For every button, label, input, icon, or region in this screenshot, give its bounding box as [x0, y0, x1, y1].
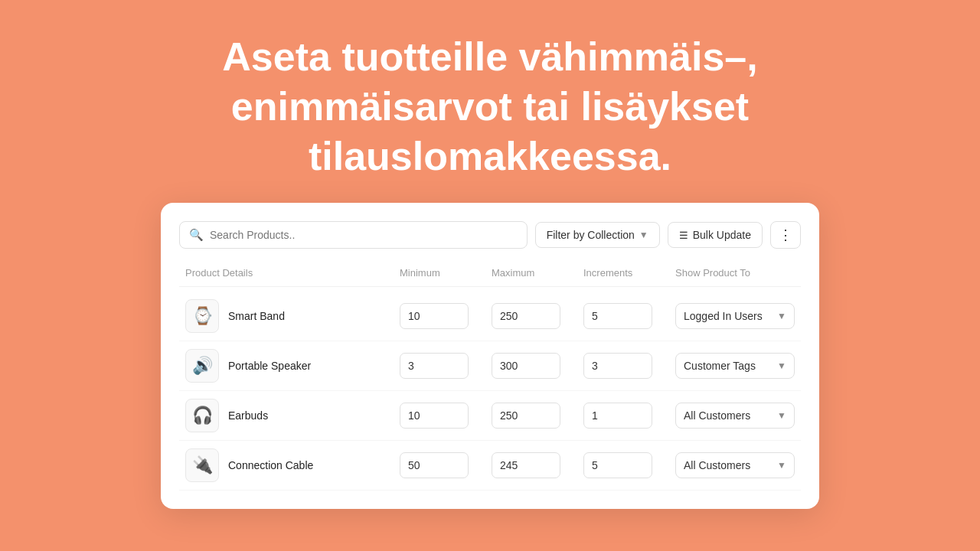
increments-input-1[interactable] [583, 353, 652, 379]
search-icon: 🔍 [189, 228, 204, 242]
minimum-cell-2 [400, 403, 492, 429]
hero-line1: Aseta tuotteille vähimmäis–, [222, 34, 757, 79]
col-header-show-to: Show Product To [675, 267, 795, 279]
show-to-cell-3: All Customers ▼ [675, 452, 795, 478]
table-row: 🔊 Portable Speaker Customer Tags ▼ [179, 341, 801, 391]
hero-text: Aseta tuotteille vähimmäis–, enimmäisarv… [222, 34, 757, 178]
increments-cell-2 [583, 403, 675, 429]
table-row: 🔌 Connection Cable All Customers ▼ [179, 441, 801, 491]
filter-chevron-icon: ▼ [639, 230, 648, 240]
increments-cell-1 [583, 353, 675, 379]
product-cell-1: 🔊 Portable Speaker [185, 349, 400, 383]
minimum-input-2[interactable] [400, 403, 469, 429]
dropdown-chevron-icon-3: ▼ [777, 460, 786, 471]
product-image-1: 🔊 [185, 349, 219, 383]
search-input[interactable] [210, 229, 518, 241]
hero-line2: enimmäisarvot tai lisäykset [231, 84, 749, 129]
col-header-maximum: Maximum [492, 267, 583, 279]
product-image-3: 🔌 [185, 448, 219, 482]
maximum-input-1[interactable] [492, 353, 560, 379]
maximum-input-3[interactable] [492, 452, 560, 478]
minimum-cell-0 [400, 303, 492, 329]
main-card: 🔍 Filter by Collection ▼ ☰ Bulk Update ⋮… [161, 203, 819, 509]
table-header: Product Details Minimum Maximum Incremen… [179, 264, 801, 287]
product-cell-2: 🎧 Earbuds [185, 399, 400, 432]
show-to-cell-1: Customer Tags ▼ [675, 353, 795, 379]
filter-collection-button[interactable]: Filter by Collection ▼ [535, 222, 660, 248]
minimum-input-1[interactable] [400, 353, 469, 379]
hero-section: Aseta tuotteille vähimmäis–, enimmäisarv… [0, 0, 980, 203]
show-to-cell-2: All Customers ▼ [675, 403, 795, 429]
table-row: ⌚ Smart Band Logged In Users ▼ [179, 292, 801, 341]
product-name-0: Smart Band [228, 310, 285, 322]
increments-input-3[interactable] [583, 452, 652, 478]
hero-line3: tilauslomakkeessa. [309, 134, 671, 178]
bulk-label: Bulk Update [693, 229, 751, 241]
maximum-cell-3 [492, 452, 583, 478]
minimum-input-3[interactable] [400, 452, 469, 478]
increments-cell-0 [583, 303, 675, 329]
more-icon: ⋮ [779, 228, 792, 242]
filter-label: Filter by Collection [547, 229, 635, 241]
product-name-2: Earbuds [228, 409, 268, 422]
show-to-value-0: Logged In Users [684, 310, 763, 322]
product-cell-3: 🔌 Connection Cable [185, 448, 400, 482]
bulk-list-icon: ☰ [679, 230, 688, 241]
toolbar: 🔍 Filter by Collection ▼ ☰ Bulk Update ⋮ [179, 221, 801, 249]
minimum-input-0[interactable] [400, 303, 469, 329]
col-header-increments: Increments [583, 267, 675, 279]
search-wrapper: 🔍 [179, 221, 528, 249]
product-name-3: Connection Cable [228, 459, 313, 471]
product-image-0: ⌚ [185, 299, 219, 333]
show-to-dropdown-1[interactable]: Customer Tags ▼ [675, 353, 795, 379]
show-to-dropdown-2[interactable]: All Customers ▼ [675, 403, 795, 429]
table-body: ⌚ Smart Band Logged In Users ▼ 🔊 Portabl… [179, 292, 801, 491]
dropdown-chevron-icon-0: ▼ [777, 311, 786, 321]
maximum-input-0[interactable] [492, 303, 560, 329]
dropdown-chevron-icon-1: ▼ [777, 360, 786, 371]
product-image-2: 🎧 [185, 399, 219, 432]
show-to-value-2: All Customers [684, 409, 750, 422]
col-header-product: Product Details [185, 267, 400, 279]
product-name-1: Portable Speaker [228, 360, 311, 372]
increments-cell-3 [583, 452, 675, 478]
minimum-cell-1 [400, 353, 492, 379]
table-row: 🎧 Earbuds All Customers ▼ [179, 391, 801, 441]
maximum-input-2[interactable] [492, 403, 560, 429]
col-header-minimum: Minimum [400, 267, 492, 279]
show-to-cell-0: Logged In Users ▼ [675, 303, 795, 329]
bulk-update-button[interactable]: ☰ Bulk Update [668, 222, 763, 248]
show-to-dropdown-3[interactable]: All Customers ▼ [675, 452, 795, 478]
show-to-dropdown-0[interactable]: Logged In Users ▼ [675, 303, 795, 329]
product-cell-0: ⌚ Smart Band [185, 299, 400, 333]
show-to-value-3: All Customers [684, 459, 750, 471]
maximum-cell-0 [492, 303, 583, 329]
more-options-button[interactable]: ⋮ [770, 221, 801, 249]
dropdown-chevron-icon-2: ▼ [777, 410, 786, 421]
show-to-value-1: Customer Tags [684, 360, 756, 372]
maximum-cell-2 [492, 403, 583, 429]
increments-input-0[interactable] [583, 303, 652, 329]
increments-input-2[interactable] [583, 403, 652, 429]
maximum-cell-1 [492, 353, 583, 379]
minimum-cell-3 [400, 452, 492, 478]
